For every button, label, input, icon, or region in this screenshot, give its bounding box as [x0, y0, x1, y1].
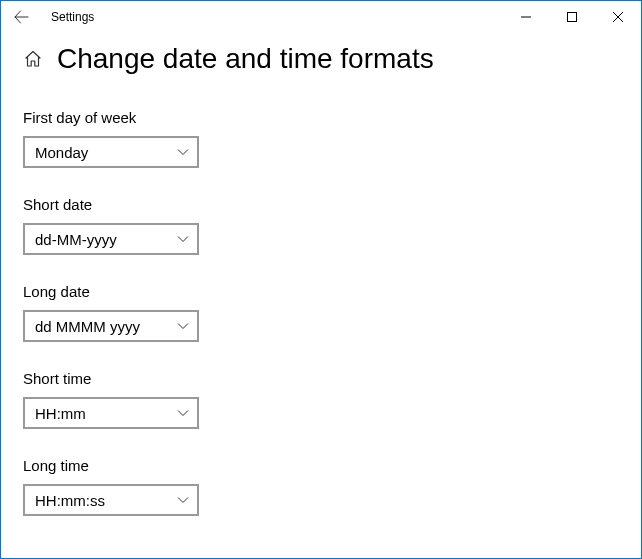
short-date-label: Short date — [23, 196, 619, 213]
short-time-combo[interactable]: HH:mm — [23, 397, 199, 429]
home-button[interactable] — [23, 49, 43, 69]
short-time-group: Short time HH:mm — [23, 370, 619, 429]
first-day-group: First day of week Monday — [23, 109, 619, 168]
titlebar: Settings — [1, 1, 641, 33]
long-date-label: Long date — [23, 283, 619, 300]
long-date-combo[interactable]: dd MMMM yyyy — [23, 310, 199, 342]
back-arrow-icon — [13, 9, 29, 25]
page-title: Change date and time formats — [57, 43, 434, 75]
maximize-button[interactable] — [549, 1, 595, 33]
chevron-down-icon — [177, 320, 189, 332]
settings-window: Settings — [0, 0, 642, 559]
back-button[interactable] — [9, 5, 33, 29]
chevron-down-icon — [177, 407, 189, 419]
first-day-label: First day of week — [23, 109, 619, 126]
first-day-value: Monday — [35, 144, 88, 161]
close-icon — [613, 12, 623, 22]
long-time-label: Long time — [23, 457, 619, 474]
maximize-icon — [567, 12, 577, 22]
close-button[interactable] — [595, 1, 641, 33]
short-date-value: dd-MM-yyyy — [35, 231, 117, 248]
chevron-down-icon — [177, 146, 189, 158]
minimize-button[interactable] — [503, 1, 549, 33]
svg-rect-1 — [568, 13, 577, 22]
long-time-value: HH:mm:ss — [35, 492, 105, 509]
app-title: Settings — [51, 10, 94, 24]
chevron-down-icon — [177, 233, 189, 245]
heading-row: Change date and time formats — [23, 43, 619, 75]
long-time-group: Long time HH:mm:ss — [23, 457, 619, 516]
short-time-label: Short time — [23, 370, 619, 387]
short-date-combo[interactable]: dd-MM-yyyy — [23, 223, 199, 255]
chevron-down-icon — [177, 494, 189, 506]
first-day-combo[interactable]: Monday — [23, 136, 199, 168]
window-controls — [503, 1, 641, 33]
short-time-value: HH:mm — [35, 405, 86, 422]
long-time-combo[interactable]: HH:mm:ss — [23, 484, 199, 516]
minimize-icon — [521, 12, 531, 22]
content-area: Change date and time formats First day o… — [1, 33, 641, 559]
short-date-group: Short date dd-MM-yyyy — [23, 196, 619, 255]
long-date-group: Long date dd MMMM yyyy — [23, 283, 619, 342]
home-icon — [24, 50, 42, 68]
titlebar-left: Settings — [9, 5, 94, 29]
long-date-value: dd MMMM yyyy — [35, 318, 140, 335]
